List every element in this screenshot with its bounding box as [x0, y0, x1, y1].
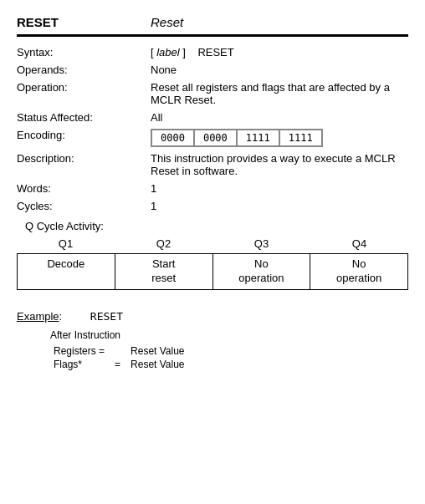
description-label: Description:: [17, 150, 151, 180]
encoding-cell-3: 1111: [279, 130, 322, 146]
syntax-keyword: RESET: [197, 46, 233, 59]
reg-val-1: Reset Value: [127, 358, 187, 371]
reg-eq-0: [108, 344, 127, 358]
operation-row: Operation: Reset all registers and flags…: [17, 79, 408, 109]
syntax-row: Syntax: [ label ] RESET: [17, 43, 408, 61]
q-header-q1: Q1: [17, 236, 115, 252]
reg-row-1: Flags* = Reset Value: [50, 358, 188, 371]
cycles-row: Cycles: 1: [17, 197, 408, 215]
reg-eq-1: =: [108, 358, 127, 371]
q-cycle-header: Q1 Q2 Q3 Q4: [17, 236, 408, 252]
encoding-cells: 0000 0000 1111 1111: [151, 129, 323, 147]
words-row: Words: 1: [17, 180, 408, 197]
words-value: 1: [151, 180, 408, 197]
q-header-q2: Q2: [115, 236, 212, 252]
description-row: Description: This instruction provides a…: [17, 150, 408, 180]
encoding-row: Encoding: 0000 0000 1111 1111: [17, 126, 408, 150]
cycles-label: Cycles:: [17, 197, 151, 215]
reg-name-1: Flags*: [50, 358, 108, 371]
syntax-spaces: [186, 46, 197, 59]
operands-value: None: [151, 61, 408, 79]
encoding-cell-0: 0000: [151, 130, 194, 146]
header-mnemonic: RESET: [17, 15, 151, 29]
after-instruction: After Instruction Registers = Reset Valu…: [50, 329, 408, 371]
q-cell-q1: Decode: [18, 254, 115, 289]
example-code: RESET: [90, 310, 123, 323]
example-label: Example:: [17, 310, 65, 323]
status-value: All: [151, 109, 408, 126]
q-cycle-section: Q Cycle Activity: Q1 Q2 Q3 Q4 Decode Sta…: [17, 220, 408, 290]
operands-label: Operands:: [17, 61, 151, 79]
header-row: RESET Reset: [17, 15, 408, 37]
q-header-q4: Q4: [310, 236, 408, 252]
encoding-value: 0000 0000 1111 1111: [151, 126, 408, 150]
description-value: This instruction provides a way to execu…: [151, 150, 408, 180]
status-row: Status Affected: All: [17, 109, 408, 126]
q-header-q3: Q3: [212, 236, 310, 252]
words-label: Words:: [17, 180, 151, 197]
syntax-label-italic: label: [156, 46, 179, 59]
q-cycle-label: Q Cycle Activity:: [17, 220, 408, 232]
q-cell-q4: No operation: [310, 254, 407, 289]
syntax-label: Syntax:: [17, 43, 151, 61]
q-cell-q3: No operation: [213, 254, 311, 289]
encoding-cell-1: 0000: [194, 130, 237, 146]
operation-value: Reset all registers and flags that are a…: [151, 79, 408, 109]
syntax-value: [ label ] RESET: [151, 43, 408, 61]
reg-row-0: Registers = Reset Value: [50, 344, 188, 358]
reg-val-0: Reset Value: [127, 344, 187, 358]
operation-label: Operation:: [17, 79, 151, 109]
q-cell-q2: Start reset: [115, 254, 213, 289]
after-instruction-title: After Instruction: [50, 329, 408, 341]
encoding-label: Encoding:: [17, 126, 151, 150]
encoding-cell-2: 1111: [237, 130, 279, 146]
reg-name-0: Registers =: [50, 344, 108, 358]
info-table: Syntax: [ label ] RESET Operands: None O…: [17, 43, 408, 215]
operands-row: Operands: None: [17, 61, 408, 79]
registers-table: Registers = Reset Value Flags* = Reset V…: [50, 344, 188, 371]
cycles-value: 1: [151, 197, 408, 215]
status-label: Status Affected:: [17, 109, 151, 126]
example-section: Example: RESET: [17, 307, 408, 323]
q-cycle-body: Decode Start reset No operation No opera…: [17, 253, 408, 290]
syntax-bracket-close: ]: [180, 46, 186, 59]
header-title: Reset: [151, 15, 183, 29]
